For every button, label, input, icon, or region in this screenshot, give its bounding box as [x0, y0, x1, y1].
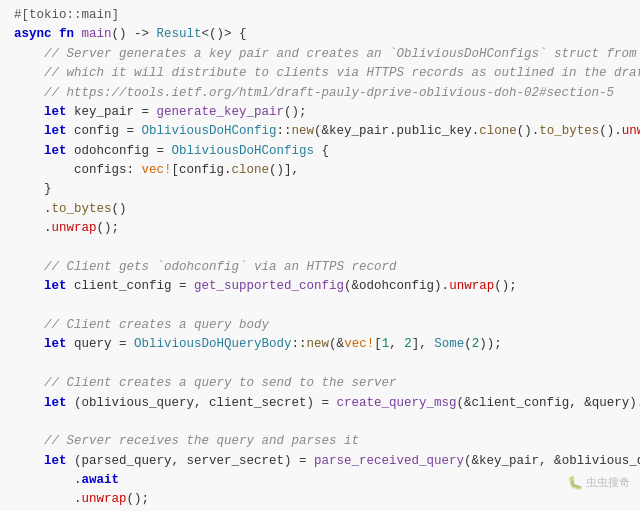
code-line: let client_config = get_supported_config… [14, 277, 630, 296]
code-line: let (oblivious_query, client_secret) = c… [14, 394, 630, 413]
code-line: // Server generates a key pair and creat… [14, 45, 630, 64]
code-line: // Client gets `odohconfig` via an HTTPS… [14, 258, 630, 277]
watermark-icon: 🐛 [567, 473, 583, 493]
code-line: let query = ObliviousDoHQueryBody::new(&… [14, 335, 630, 354]
code-line: configs: vec![config.clone()], [14, 161, 630, 180]
watermark-text: 虫虫搜奇 [586, 474, 630, 491]
code-line [14, 239, 630, 258]
code-line: let (parsed_query, server_secret) = pars… [14, 452, 630, 471]
code-line: .unwrap(); [14, 490, 630, 509]
code-line: .await [14, 471, 630, 490]
code-line: // Server receives the query and parses … [14, 432, 630, 451]
code-line: .to_bytes() [14, 200, 630, 219]
code-line: // Client creates a query to send to the… [14, 374, 630, 393]
code-line: let config = ObliviousDoHConfig::new(&ke… [14, 122, 630, 141]
code-line: let key_pair = generate_key_pair(); [14, 103, 630, 122]
code-line: // which it will distribute to clients v… [14, 64, 630, 83]
code-line: let odohconfig = ObliviousDoHConfigs { [14, 142, 630, 161]
code-line [14, 413, 630, 432]
attribute: #[tokio::main] [14, 8, 119, 22]
code-line: // Client creates a query body [14, 316, 630, 335]
code-line: .unwrap(); [14, 219, 630, 238]
code-line [14, 297, 630, 316]
code-line: // https://tools.ietf.org/html/draft-pau… [14, 84, 630, 103]
code-line: } [14, 180, 630, 199]
code-line: #[tokio::main] [14, 6, 630, 25]
code-line: async fn main() -> Result<()> { [14, 25, 630, 44]
code-line [14, 355, 630, 374]
code-container: #[tokio::main] async fn main() -> Result… [0, 0, 640, 511]
watermark: 🐛 虫虫搜奇 [567, 473, 630, 493]
